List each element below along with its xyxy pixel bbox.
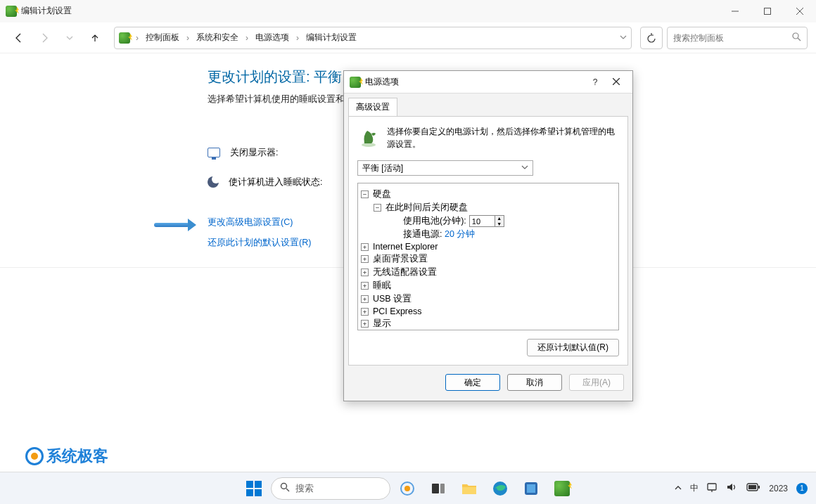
tree-hard-disk[interactable]: 硬盘 [371,188,391,200]
taskbar-explorer[interactable] [455,474,483,503]
cancel-button[interactable]: 取消 [507,374,562,391]
nav-toolbar: › 控制面板 › 系统和安全 › 电源选项 › 编辑计划设置 [0,22,816,53]
on-battery-label: 使用电池(分钟): [403,215,466,227]
dialog-footer: 确定 取消 应用(A) [344,366,632,401]
tray-battery-icon[interactable] [746,483,760,493]
svg-point-13 [281,484,287,489]
tree-pci[interactable]: PCI Express [371,306,421,316]
window-title: 编辑计划设置 [21,5,72,17]
chevron-down-icon [521,163,528,173]
tray-clock[interactable]: 2023 [769,484,788,493]
taskbar: 搜索 中 2023 1 [0,472,816,504]
up-button[interactable] [84,27,106,49]
pitcher-icon [357,125,380,148]
breadcrumb-item[interactable]: 电源选项 [254,32,291,44]
plan-select-value: 平衡 [活动] [362,162,403,174]
svg-rect-10 [255,481,262,488]
annotation-arrow [154,223,189,227]
tree-hdd-after[interactable]: 在此时间后关闭硬盘 [384,202,468,214]
back-button[interactable] [8,27,30,49]
svg-point-16 [404,486,410,491]
tray-volume-icon[interactable] [727,482,738,494]
tree-expand-icon[interactable]: + [361,295,369,303]
tree-expand-icon[interactable]: + [361,269,369,276]
taskbar-taskview[interactable] [424,474,452,503]
tree-display[interactable]: 显示 [371,318,391,330]
breadcrumb-sep: › [184,33,192,43]
search-box[interactable] [667,27,808,49]
refresh-button[interactable] [640,27,663,49]
dialog-icon [350,77,361,88]
tree-collapse-icon[interactable]: − [374,204,381,212]
tree-expand-icon[interactable]: + [361,320,369,328]
tree-expand-icon[interactable]: + [361,255,369,263]
watermark-text: 系统极客 [46,446,108,467]
spinner-down[interactable]: ▼ [495,221,504,227]
dialog-panel: 选择你要自定义的电源计划，然后选择你希望计算机管理的电源设置。 平衡 [活动] … [348,116,628,366]
forward-button[interactable] [34,27,55,49]
tree-usb[interactable]: USB 设置 [371,293,412,305]
svg-line-14 [286,489,289,491]
watermark-logo: 系统极客 [25,446,108,467]
tree-ie[interactable]: Internet Explorer [371,242,438,252]
breadcrumb-item[interactable]: 控制面板 [144,32,181,44]
apply-button[interactable]: 应用(A) [569,374,624,391]
taskbar-search[interactable]: 搜索 [271,477,390,500]
tree-wireless[interactable]: 无线适配器设置 [371,266,437,278]
svg-point-4 [793,33,798,39]
address-bar[interactable]: › 控制面板 › 系统和安全 › 电源选项 › 编辑计划设置 [114,27,632,49]
watermark-icon [25,447,44,465]
search-icon [792,32,801,44]
minimize-button[interactable] [719,0,751,22]
breadcrumb-sep: › [243,33,251,43]
setting-label: 关闭显示器: [230,147,343,159]
tree-desktop[interactable]: 桌面背景设置 [371,253,428,265]
spinner-up[interactable]: ▲ [495,216,504,221]
display-icon [208,148,220,157]
on-battery-spinner[interactable]: ▲▼ [469,215,504,227]
close-button[interactable] [784,0,816,22]
svg-rect-1 [765,8,771,15]
power-options-dialog: 电源选项 ? 高级设置 选择你要自定义的电源计划，然后选择你希望计算机管理的电源… [343,70,633,401]
svg-rect-23 [708,484,716,490]
tray-network-icon[interactable] [707,482,718,494]
maximize-button[interactable] [751,0,784,22]
taskbar-copilot[interactable] [393,474,421,503]
svg-rect-19 [462,487,476,494]
tree-expand-icon[interactable]: + [361,308,369,316]
dialog-help-button[interactable]: ? [585,77,606,87]
ok-button[interactable]: 确定 [445,374,500,391]
tray-notification-badge[interactable]: 1 [796,483,808,494]
window-controls [719,0,816,22]
tray-overflow-icon[interactable] [675,484,682,493]
addressbar-icon [119,32,130,44]
taskbar-app[interactable] [517,474,545,503]
svg-rect-27 [748,485,756,489]
setting-label: 使计算机进入睡眠状态: [229,176,341,188]
addressbar-dropdown-icon[interactable] [620,33,627,43]
tab-advanced[interactable]: 高级设置 [348,98,397,116]
tree-collapse-icon[interactable]: − [361,190,369,198]
tree-sleep[interactable]: 睡眠 [371,280,391,292]
on-battery-input[interactable] [469,215,495,227]
recent-dropdown[interactable] [59,27,80,49]
taskbar-search-text: 搜索 [295,482,314,495]
tree-expand-icon[interactable]: + [361,282,369,290]
svg-rect-17 [432,484,439,493]
dialog-tabbar: 高级设置 [344,93,632,116]
taskbar-edge[interactable] [486,474,514,503]
plan-select[interactable]: 平衡 [活动] [357,160,533,176]
restore-defaults-button[interactable]: 还原计划默认值(R) [527,339,619,356]
breadcrumb-item[interactable]: 编辑计划设置 [305,32,358,44]
breadcrumb-item[interactable]: 系统和安全 [195,32,240,44]
start-button[interactable] [240,474,268,503]
tree-expand-icon[interactable]: + [361,243,369,251]
plugged-in-value[interactable]: 20 分钟 [445,228,475,240]
dialog-close-button[interactable] [606,77,627,87]
taskbar-power-options[interactable] [548,474,576,503]
svg-rect-11 [246,489,253,496]
settings-tree[interactable]: −硬盘 −在此时间后关闭硬盘 使用电池(分钟): ▲▼ 接通电源: 20 分钟 … [357,183,619,330]
tray-ime[interactable]: 中 [690,482,699,494]
search-input[interactable] [673,33,792,43]
svg-rect-18 [440,484,445,493]
